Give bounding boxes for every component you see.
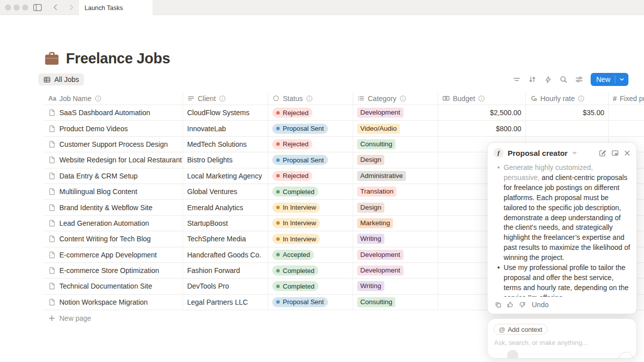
category-badge[interactable]: Video/Audio xyxy=(357,124,400,134)
status-cell[interactable]: Accepted xyxy=(268,247,353,262)
thumbs-down-icon[interactable] xyxy=(519,301,526,308)
close-icon[interactable] xyxy=(624,150,630,156)
new-button[interactable]: New xyxy=(591,73,628,86)
status-badge[interactable]: Rejected xyxy=(272,108,312,118)
status-cell[interactable]: Proposal Sent xyxy=(268,295,353,310)
status-badge[interactable]: Rejected xyxy=(272,171,312,181)
status-cell[interactable]: Rejected xyxy=(268,105,353,120)
browser-tab[interactable]: Launch Tasks xyxy=(79,0,152,16)
category-cell[interactable]: Development xyxy=(353,105,438,120)
composer-send-button[interactable] xyxy=(619,352,633,358)
view-tab-all-jobs[interactable]: All Jobs xyxy=(38,73,84,85)
status-cell[interactable]: In Interview xyxy=(268,200,353,215)
category-cell[interactable]: Development xyxy=(353,263,438,278)
client-cell[interactable]: TechSphere Media xyxy=(183,231,268,246)
client-cell[interactable]: MedTech Solutions xyxy=(183,137,268,152)
status-badge[interactable]: Completed xyxy=(272,187,318,197)
category-badge[interactable]: Marketing xyxy=(357,218,393,228)
info-icon[interactable] xyxy=(306,95,313,102)
new-button-chevron-icon[interactable] xyxy=(615,77,628,82)
composer-left-button[interactable] xyxy=(507,350,518,358)
status-cell[interactable]: Proposal Sent xyxy=(268,121,353,136)
info-icon[interactable] xyxy=(478,95,485,102)
job-name-cell[interactable]: Customer Support Process Design xyxy=(44,137,183,152)
status-badge[interactable]: Proposal Sent xyxy=(272,124,328,134)
status-badge[interactable]: Completed xyxy=(272,265,318,276)
job-name-cell[interactable]: Data Entry & CRM Setup xyxy=(44,168,183,184)
category-badge[interactable]: Design xyxy=(357,203,384,213)
status-cell[interactable]: In Interview xyxy=(268,216,353,231)
panel-title[interactable]: Proposal creator xyxy=(508,149,568,157)
job-name-cell[interactable]: Brand Identity & Webflow Site xyxy=(44,200,183,215)
category-badge[interactable]: Translation xyxy=(357,187,396,197)
category-cell[interactable]: Writing xyxy=(353,231,438,246)
client-cell[interactable]: Fashion Forward xyxy=(183,263,268,278)
automation-lightning-icon[interactable] xyxy=(542,74,553,85)
info-icon[interactable] xyxy=(219,95,226,102)
ai-prompt-input[interactable] xyxy=(494,339,620,346)
status-cell[interactable]: Proposal Sent xyxy=(268,152,353,167)
table-row[interactable]: Product Demo VideosInnovateLabProposal S… xyxy=(44,121,644,136)
chevron-down-icon[interactable] xyxy=(572,150,577,155)
status-cell[interactable]: Completed xyxy=(268,279,353,294)
column-header-category[interactable]: Category xyxy=(353,92,438,105)
status-cell[interactable]: Rejected xyxy=(268,168,353,184)
job-name-cell[interactable]: E-commerce App Development xyxy=(44,247,183,262)
open-side-peek-icon[interactable] xyxy=(611,149,619,157)
status-cell[interactable]: In Interview xyxy=(268,231,353,246)
page-icon-briefcase[interactable] xyxy=(44,51,59,66)
job-name-cell[interactable]: Lead Generation Automation xyxy=(44,216,183,231)
category-badge[interactable]: Design xyxy=(357,155,384,165)
job-name-cell[interactable]: Website Redesign for Local Restaurant xyxy=(44,152,183,167)
info-icon[interactable] xyxy=(399,95,407,102)
category-badge[interactable]: Development xyxy=(357,108,404,118)
job-name-cell[interactable]: Product Demo Videos xyxy=(44,121,183,136)
client-cell[interactable]: Handcrafted Goods Co. xyxy=(183,247,268,262)
window-minimize-button[interactable] xyxy=(14,5,20,11)
job-name-cell[interactable]: Technical Documentation Site xyxy=(44,279,183,294)
status-cell[interactable]: Completed xyxy=(268,263,353,278)
filter-icon[interactable] xyxy=(511,74,522,85)
undo-button[interactable]: Undo xyxy=(532,301,548,309)
status-badge[interactable]: Proposal Sent xyxy=(272,297,328,307)
client-cell[interactable]: Bistro Delights xyxy=(183,152,268,167)
sidebar-toggle-icon[interactable] xyxy=(33,4,42,11)
column-header-budget[interactable]: Budget xyxy=(438,92,526,105)
search-icon[interactable] xyxy=(558,74,569,85)
window-close-button[interactable] xyxy=(5,5,11,11)
status-badge[interactable]: In Interview xyxy=(272,203,320,213)
view-settings-icon[interactable] xyxy=(574,74,585,85)
client-cell[interactable]: CloudFlow Systems xyxy=(183,105,268,120)
category-badge[interactable]: Consulting xyxy=(357,139,395,149)
info-icon[interactable] xyxy=(578,95,585,102)
job-name-cell[interactable]: E-commerce Store Optimization xyxy=(44,263,183,278)
category-badge[interactable]: Writing xyxy=(357,234,384,244)
client-cell[interactable]: Global Ventures xyxy=(183,184,268,199)
client-cell[interactable]: StartupBoost xyxy=(183,216,268,231)
fixed-price-cell[interactable] xyxy=(609,121,644,136)
sort-icon[interactable] xyxy=(527,74,538,85)
edit-compose-icon[interactable] xyxy=(599,149,606,157)
column-header-client[interactable]: Client xyxy=(183,92,268,105)
job-name-cell[interactable]: Multilingual Blog Content xyxy=(44,184,183,199)
category-cell[interactable]: Marketing xyxy=(353,216,438,231)
nav-forward-icon[interactable] xyxy=(67,4,75,11)
column-header-hourly-rate[interactable]: Hourly rate xyxy=(526,92,609,105)
category-badge[interactable]: Development xyxy=(357,250,404,260)
client-cell[interactable]: InnovateLab xyxy=(183,121,268,136)
category-cell[interactable]: Video/Audio xyxy=(353,121,438,136)
category-badge[interactable]: Development xyxy=(357,265,404,276)
client-cell[interactable]: DevTools Pro xyxy=(183,279,268,294)
category-cell[interactable]: Administrative xyxy=(353,168,438,184)
page-title[interactable]: Freelance Jobs xyxy=(66,50,170,67)
category-cell[interactable]: Consulting xyxy=(353,137,438,152)
job-name-cell[interactable]: Content Writing for Tech Blog xyxy=(44,231,183,246)
column-header-fixed-price[interactable]: # Fixed pr xyxy=(609,92,644,105)
status-cell[interactable]: Rejected xyxy=(268,137,353,152)
nav-back-icon[interactable] xyxy=(52,4,59,11)
category-badge[interactable]: Writing xyxy=(357,281,384,291)
category-cell[interactable]: Development xyxy=(353,247,438,262)
column-header-job-name[interactable]: Aa Job Name xyxy=(44,92,183,105)
category-cell[interactable]: Design xyxy=(353,200,438,215)
hourly-rate-cell[interactable]: $35.00 xyxy=(526,105,609,120)
